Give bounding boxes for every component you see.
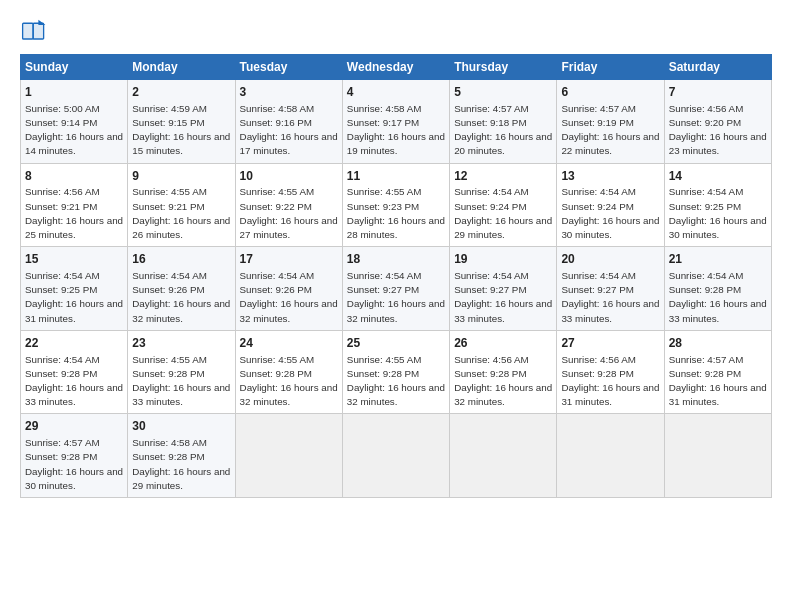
calendar-day-cell: 17Sunrise: 4:54 AMSunset: 9:26 PMDayligh…: [235, 247, 342, 331]
logo-icon: [20, 18, 48, 46]
weekday-saturday: Saturday: [664, 55, 771, 80]
day-number: 2: [132, 84, 230, 101]
weekday-thursday: Thursday: [450, 55, 557, 80]
day-number: 14: [669, 168, 767, 185]
day-number: 12: [454, 168, 552, 185]
day-number: 27: [561, 335, 659, 352]
day-info: Sunrise: 4:57 AMSunset: 9:28 PMDaylight:…: [669, 353, 767, 410]
calendar-day-cell: [557, 414, 664, 498]
calendar-day-cell: 2Sunrise: 4:59 AMSunset: 9:15 PMDaylight…: [128, 80, 235, 164]
weekday-sunday: Sunday: [21, 55, 128, 80]
calendar-day-cell: 10Sunrise: 4:55 AMSunset: 9:22 PMDayligh…: [235, 163, 342, 247]
calendar-day-cell: 11Sunrise: 4:55 AMSunset: 9:23 PMDayligh…: [342, 163, 449, 247]
day-number: 17: [240, 251, 338, 268]
day-number: 19: [454, 251, 552, 268]
day-number: 24: [240, 335, 338, 352]
day-info: Sunrise: 4:54 AMSunset: 9:27 PMDaylight:…: [561, 269, 659, 326]
day-number: 20: [561, 251, 659, 268]
calendar-day-cell: 3Sunrise: 4:58 AMSunset: 9:16 PMDaylight…: [235, 80, 342, 164]
day-info: Sunrise: 4:55 AMSunset: 9:21 PMDaylight:…: [132, 185, 230, 242]
calendar-week-row: 1Sunrise: 5:00 AMSunset: 9:14 PMDaylight…: [21, 80, 772, 164]
calendar-day-cell: 23Sunrise: 4:55 AMSunset: 9:28 PMDayligh…: [128, 330, 235, 414]
day-info: Sunrise: 4:56 AMSunset: 9:20 PMDaylight:…: [669, 102, 767, 159]
calendar-day-cell: 20Sunrise: 4:54 AMSunset: 9:27 PMDayligh…: [557, 247, 664, 331]
day-info: Sunrise: 4:56 AMSunset: 9:28 PMDaylight:…: [454, 353, 552, 410]
day-info: Sunrise: 5:00 AMSunset: 9:14 PMDaylight:…: [25, 102, 123, 159]
day-info: Sunrise: 4:55 AMSunset: 9:28 PMDaylight:…: [132, 353, 230, 410]
day-number: 29: [25, 418, 123, 435]
svg-rect-1: [23, 23, 34, 39]
day-number: 8: [25, 168, 123, 185]
day-number: 28: [669, 335, 767, 352]
day-info: Sunrise: 4:57 AMSunset: 9:19 PMDaylight:…: [561, 102, 659, 159]
day-info: Sunrise: 4:55 AMSunset: 9:23 PMDaylight:…: [347, 185, 445, 242]
day-info: Sunrise: 4:54 AMSunset: 9:26 PMDaylight:…: [240, 269, 338, 326]
calendar-day-cell: [235, 414, 342, 498]
calendar-day-cell: 28Sunrise: 4:57 AMSunset: 9:28 PMDayligh…: [664, 330, 771, 414]
day-number: 25: [347, 335, 445, 352]
calendar-day-cell: 12Sunrise: 4:54 AMSunset: 9:24 PMDayligh…: [450, 163, 557, 247]
day-number: 18: [347, 251, 445, 268]
day-number: 11: [347, 168, 445, 185]
calendar-day-cell: 1Sunrise: 5:00 AMSunset: 9:14 PMDaylight…: [21, 80, 128, 164]
day-info: Sunrise: 4:54 AMSunset: 9:27 PMDaylight:…: [454, 269, 552, 326]
calendar-day-cell: 26Sunrise: 4:56 AMSunset: 9:28 PMDayligh…: [450, 330, 557, 414]
day-info: Sunrise: 4:58 AMSunset: 9:28 PMDaylight:…: [132, 436, 230, 493]
calendar-day-cell: 14Sunrise: 4:54 AMSunset: 9:25 PMDayligh…: [664, 163, 771, 247]
calendar-week-row: 29Sunrise: 4:57 AMSunset: 9:28 PMDayligh…: [21, 414, 772, 498]
calendar-day-cell: 18Sunrise: 4:54 AMSunset: 9:27 PMDayligh…: [342, 247, 449, 331]
calendar-day-cell: 27Sunrise: 4:56 AMSunset: 9:28 PMDayligh…: [557, 330, 664, 414]
calendar-day-cell: 5Sunrise: 4:57 AMSunset: 9:18 PMDaylight…: [450, 80, 557, 164]
day-info: Sunrise: 4:54 AMSunset: 9:25 PMDaylight:…: [25, 269, 123, 326]
day-number: 30: [132, 418, 230, 435]
calendar-week-row: 22Sunrise: 4:54 AMSunset: 9:28 PMDayligh…: [21, 330, 772, 414]
calendar-day-cell: 21Sunrise: 4:54 AMSunset: 9:28 PMDayligh…: [664, 247, 771, 331]
day-number: 16: [132, 251, 230, 268]
svg-rect-3: [33, 23, 44, 39]
day-info: Sunrise: 4:55 AMSunset: 9:22 PMDaylight:…: [240, 185, 338, 242]
day-number: 7: [669, 84, 767, 101]
day-number: 5: [454, 84, 552, 101]
day-number: 4: [347, 84, 445, 101]
calendar-day-cell: 22Sunrise: 4:54 AMSunset: 9:28 PMDayligh…: [21, 330, 128, 414]
calendar-day-cell: 9Sunrise: 4:55 AMSunset: 9:21 PMDaylight…: [128, 163, 235, 247]
day-number: 1: [25, 84, 123, 101]
day-number: 13: [561, 168, 659, 185]
day-info: Sunrise: 4:54 AMSunset: 9:25 PMDaylight:…: [669, 185, 767, 242]
calendar-day-cell: 30Sunrise: 4:58 AMSunset: 9:28 PMDayligh…: [128, 414, 235, 498]
day-info: Sunrise: 4:58 AMSunset: 9:16 PMDaylight:…: [240, 102, 338, 159]
day-info: Sunrise: 4:54 AMSunset: 9:27 PMDaylight:…: [347, 269, 445, 326]
weekday-wednesday: Wednesday: [342, 55, 449, 80]
calendar-day-cell: 15Sunrise: 4:54 AMSunset: 9:25 PMDayligh…: [21, 247, 128, 331]
day-info: Sunrise: 4:54 AMSunset: 9:28 PMDaylight:…: [669, 269, 767, 326]
calendar-day-cell: 7Sunrise: 4:56 AMSunset: 9:20 PMDaylight…: [664, 80, 771, 164]
calendar-day-cell: 16Sunrise: 4:54 AMSunset: 9:26 PMDayligh…: [128, 247, 235, 331]
day-info: Sunrise: 4:55 AMSunset: 9:28 PMDaylight:…: [240, 353, 338, 410]
calendar-day-cell: [342, 414, 449, 498]
calendar-week-row: 8Sunrise: 4:56 AMSunset: 9:21 PMDaylight…: [21, 163, 772, 247]
day-info: Sunrise: 4:58 AMSunset: 9:17 PMDaylight:…: [347, 102, 445, 159]
day-number: 21: [669, 251, 767, 268]
day-number: 23: [132, 335, 230, 352]
day-number: 15: [25, 251, 123, 268]
weekday-header-row: SundayMondayTuesdayWednesdayThursdayFrid…: [21, 55, 772, 80]
calendar-week-row: 15Sunrise: 4:54 AMSunset: 9:25 PMDayligh…: [21, 247, 772, 331]
day-number: 10: [240, 168, 338, 185]
day-number: 3: [240, 84, 338, 101]
calendar-day-cell: 24Sunrise: 4:55 AMSunset: 9:28 PMDayligh…: [235, 330, 342, 414]
svg-marker-5: [38, 20, 45, 25]
day-number: 26: [454, 335, 552, 352]
day-number: 22: [25, 335, 123, 352]
weekday-friday: Friday: [557, 55, 664, 80]
calendar-day-cell: 4Sunrise: 4:58 AMSunset: 9:17 PMDaylight…: [342, 80, 449, 164]
day-info: Sunrise: 4:54 AMSunset: 9:28 PMDaylight:…: [25, 353, 123, 410]
page: SundayMondayTuesdayWednesdayThursdayFrid…: [0, 0, 792, 612]
day-info: Sunrise: 4:57 AMSunset: 9:28 PMDaylight:…: [25, 436, 123, 493]
calendar-day-cell: 25Sunrise: 4:55 AMSunset: 9:28 PMDayligh…: [342, 330, 449, 414]
day-info: Sunrise: 4:54 AMSunset: 9:24 PMDaylight:…: [454, 185, 552, 242]
header: [20, 18, 772, 46]
calendar-day-cell: 6Sunrise: 4:57 AMSunset: 9:19 PMDaylight…: [557, 80, 664, 164]
day-number: 6: [561, 84, 659, 101]
weekday-tuesday: Tuesday: [235, 55, 342, 80]
day-number: 9: [132, 168, 230, 185]
